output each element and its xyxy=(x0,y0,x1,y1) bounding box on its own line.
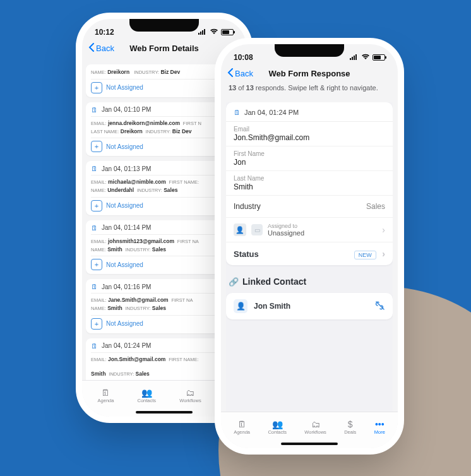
svg-rect-5 xyxy=(352,57,353,60)
chevron-left-icon xyxy=(88,43,95,54)
meta-industry-key: INDUSTRY: xyxy=(137,187,162,193)
hint-total: 13 xyxy=(246,84,254,92)
workflows-icon: 🗂 xyxy=(311,420,320,429)
meta-email-val: Jon.Smith@gmail.com xyxy=(108,356,165,362)
meta-email-val: Jane.Smith@gmail.com xyxy=(108,297,169,303)
tab-agenda[interactable]: 🗓 Agenda xyxy=(234,420,250,435)
not-assigned-label: Not Assigned xyxy=(106,261,143,268)
field-industry[interactable]: Industry Sales xyxy=(226,196,393,218)
home-indicator xyxy=(136,411,193,414)
wifi-icon xyxy=(210,28,218,37)
meta-industry-key: INDUSTRY: xyxy=(126,247,151,253)
response-card[interactable]: 🗓 Jan 04, 01:10 PM EMAIL: jenna.dreikorn… xyxy=(86,102,242,157)
meta-email-val: michaela@nimble.com xyxy=(108,179,166,185)
tab-contacts[interactable]: 👥 Contacts xyxy=(268,420,287,435)
chevron-right-icon: › xyxy=(382,225,385,235)
response-card[interactable]: 🗓 Jan 04, 01:14 PM EMAIL: johnsmith123@g… xyxy=(86,220,242,275)
battery-icon xyxy=(373,54,385,61)
card-date: Jan 04, 01:10 PM xyxy=(102,106,151,113)
meta-industry-val: Biz Dev xyxy=(172,128,192,134)
status-icons xyxy=(350,53,385,62)
meta-last-val: Smith xyxy=(107,246,122,253)
hint-rest: responds. Swipe left & right to navigate… xyxy=(254,84,378,92)
tab-deals[interactable]: $ Deals xyxy=(344,420,356,435)
meta-email-key: EMAIL: xyxy=(91,297,107,303)
meta-last-key: NAME: xyxy=(91,247,106,253)
response-card[interactable]: 🗓 Jan 04, 01:16 PM EMAIL: Jane.Smith@gma… xyxy=(86,279,242,333)
workflows-icon: 🗂 xyxy=(186,388,194,397)
not-assigned-label: Not Assigned xyxy=(106,143,143,150)
linked-contact-section: 🔗 Linked Contact xyxy=(226,273,393,293)
svg-rect-4 xyxy=(350,58,351,60)
back-label: Back xyxy=(235,69,253,78)
status-badge: NEW xyxy=(354,251,376,259)
back-button[interactable]: Back xyxy=(88,43,114,54)
assign-plus-button[interactable]: + xyxy=(91,82,102,93)
card-date: Jan 04, 01:14 PM xyxy=(102,224,151,231)
home-indicator xyxy=(281,443,338,445)
meta-industry-val: Biz Dev xyxy=(160,69,180,75)
calendar-icon: 🗓 xyxy=(91,342,98,350)
card-date: Jan 04, 01:13 PM xyxy=(102,165,151,172)
more-icon: ••• xyxy=(375,420,385,429)
linked-contact-card[interactable]: 👤 Jon Smith xyxy=(226,293,393,319)
list-scroll[interactable]: NAME: Dreikorn INDUSTRY: Biz Dev + Not A… xyxy=(86,64,242,380)
card-icon: ▭ xyxy=(251,224,263,235)
field-email: Email Jon.Smith@gmail.com xyxy=(226,122,393,146)
field-label: Last Name xyxy=(234,175,385,182)
response-card-partial[interactable]: NAME: Dreikorn INDUSTRY: Biz Dev + Not A… xyxy=(86,64,242,97)
assigned-to-row[interactable]: 👤 ▭ Assigned to Unassigned › xyxy=(226,218,393,242)
assign-plus-button[interactable]: + xyxy=(91,259,102,270)
tab-workflows[interactable]: 🗂 Workflows xyxy=(304,420,326,435)
chevron-left-icon xyxy=(227,68,234,79)
unlink-icon[interactable] xyxy=(375,301,385,312)
status-row[interactable]: Status NEW › xyxy=(226,242,393,265)
page-title: Web Form Response xyxy=(268,69,350,78)
meta-name-val: Dreikorn xyxy=(107,69,129,75)
tab-workflows[interactable]: 🗂 Workflows xyxy=(179,388,201,403)
meta-industry-key: INDUSTRY: xyxy=(146,129,171,134)
tab-more[interactable]: ••• More xyxy=(374,420,385,435)
tab-label: Deals xyxy=(344,429,356,435)
svg-rect-2 xyxy=(202,30,203,35)
tab-label: Contacts xyxy=(268,429,287,435)
not-assigned-label: Not Assigned xyxy=(106,84,143,91)
field-last-name: Last Name Smith xyxy=(226,171,393,196)
assign-plus-button[interactable]: + xyxy=(91,318,102,330)
meta-email-val: jenna.dreikorn@nimble.com xyxy=(108,120,180,126)
status-label: Status xyxy=(234,249,259,259)
status-icons xyxy=(198,28,234,37)
response-card[interactable]: 🗓 Jan 04, 01:24 PM EMAIL: Jon.Smith@gmai… xyxy=(86,338,242,380)
battery-icon xyxy=(221,29,234,35)
back-label: Back xyxy=(96,44,114,53)
response-card[interactable]: 🗓 Jan 04, 01:13 PM EMAIL: michaela@nimbl… xyxy=(86,161,242,215)
contacts-icon: 👥 xyxy=(272,420,283,429)
tab-contacts[interactable]: 👥 Contacts xyxy=(138,388,157,403)
avatar-placeholder-icon: 👤 xyxy=(234,223,246,236)
industry-label: Industry xyxy=(234,202,261,211)
detail-scroll[interactable]: 🗓 Jan 04, 01:24 PM Email Jon.Smith@gmail… xyxy=(226,102,393,412)
assigned-label: Assigned to xyxy=(268,223,304,229)
meta-first-key: FIRST N xyxy=(183,121,201,126)
nav-bar: Back Web Form Response xyxy=(221,66,398,84)
meta-first-key: FIRST NAME: xyxy=(169,179,199,185)
meta-last-val: Underdahl xyxy=(107,187,134,193)
chevron-right-icon: › xyxy=(382,249,385,259)
meta-first-key: FIRST NA xyxy=(171,297,193,303)
meta-email-key: EMAIL: xyxy=(91,121,107,126)
assign-plus-button[interactable]: + xyxy=(91,141,102,152)
meta-first-key: FIRST NA xyxy=(177,239,199,244)
back-button[interactable]: Back xyxy=(227,68,253,79)
field-label: Email xyxy=(234,126,385,133)
tab-agenda[interactable]: 🗓 Agenda xyxy=(98,388,114,403)
detail-date: Jan 04, 01:24 PM xyxy=(244,109,299,116)
assigned-value: Unassigned xyxy=(268,229,304,237)
contacts-icon: 👥 xyxy=(141,388,152,397)
phone-right: 10:08 Back Web Form Response 13 of 13 re… xyxy=(221,44,398,448)
field-value: Jon.Smith@gmail.com xyxy=(234,133,385,142)
assign-plus-button[interactable]: + xyxy=(91,200,102,211)
meta-industry-key: INDUSTRY: xyxy=(126,306,151,311)
calendar-icon: 🗓 xyxy=(234,109,241,116)
tab-label: Agenda xyxy=(98,398,114,403)
meta-last-val: Dreikorn xyxy=(121,128,143,134)
